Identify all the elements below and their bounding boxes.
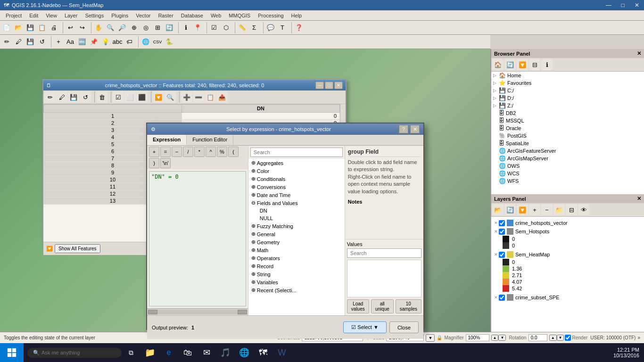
menu-view[interactable]: View bbox=[42, 12, 61, 19]
op-equals[interactable]: = bbox=[160, 147, 171, 157]
sd-editor-scrollbar[interactable] bbox=[147, 308, 248, 315]
qgis-taskbar[interactable]: 🗺 bbox=[254, 343, 272, 362]
layers-panel-close[interactable]: ✕ bbox=[637, 196, 641, 202]
word-taskbar[interactable]: W bbox=[272, 343, 291, 362]
browser-item-home[interactable]: ▷ 🏠 Home bbox=[491, 72, 644, 79]
open-project-button[interactable]: 📂 bbox=[13, 22, 24, 33]
expand-home[interactable]: ▷ bbox=[493, 73, 499, 78]
ft-deselect-button[interactable]: ⬛ bbox=[136, 91, 148, 103]
layers-visible-button[interactable]: 👁 bbox=[578, 204, 589, 215]
ft-export-button[interactable]: 📤 bbox=[216, 91, 228, 103]
save-edits-button[interactable]: 💾 bbox=[25, 36, 36, 48]
expand-favourites[interactable]: ▷ bbox=[493, 81, 499, 85]
menu-vector[interactable]: Vector bbox=[132, 12, 154, 19]
tab-expression[interactable]: Expression bbox=[147, 135, 187, 145]
undo-button[interactable]: ↩ bbox=[65, 22, 76, 33]
layers-refresh-button[interactable]: 🔄 bbox=[504, 204, 516, 215]
tree-color[interactable]: ⊕ Color bbox=[248, 167, 345, 175]
sd-scroll-right[interactable] bbox=[238, 310, 247, 314]
menu-processing[interactable]: Processing bbox=[254, 12, 287, 19]
menu-web[interactable]: Web bbox=[207, 12, 225, 19]
select-btn-dropdown[interactable]: ▼ bbox=[373, 324, 379, 330]
browser-item-c[interactable]: ▷ 💾 C:/ bbox=[491, 87, 644, 94]
op-divide[interactable]: / bbox=[183, 147, 193, 157]
browser-item-ows[interactable]: 🌐 OWS bbox=[491, 162, 644, 170]
zoom-layer-button[interactable]: ◎ bbox=[140, 22, 151, 33]
browser-collapse-button[interactable]: ⊟ bbox=[529, 59, 540, 70]
rollback-button[interactable]: ↺ bbox=[36, 36, 48, 48]
menu-layer[interactable]: Layer bbox=[61, 12, 82, 19]
browser-item-d[interactable]: ▷ 💾 D:/ bbox=[491, 94, 644, 102]
tree-record[interactable]: ⊕ Record bbox=[248, 262, 345, 270]
ft-filter-button[interactable]: 🔽 bbox=[153, 91, 164, 103]
ft-search-button[interactable]: 🔍 bbox=[165, 91, 176, 103]
browser-filter-button[interactable]: 🔽 bbox=[517, 59, 528, 70]
expand-icon[interactable]: » bbox=[637, 335, 640, 340]
ft-rollback-button[interactable]: ↺ bbox=[80, 91, 91, 103]
menu-settings[interactable]: Settings bbox=[81, 12, 107, 19]
ft-select-button[interactable]: ☑ bbox=[113, 91, 124, 103]
edge-taskbar[interactable]: e bbox=[159, 343, 178, 362]
expand-d[interactable]: ▷ bbox=[493, 96, 499, 100]
op-open-paren[interactable]: ( bbox=[228, 147, 239, 157]
digitize-button[interactable]: Aa bbox=[65, 36, 76, 48]
tree-string[interactable]: ⊕ String bbox=[248, 270, 345, 278]
tree-dateandtime[interactable]: ⊕ Date and Time bbox=[248, 191, 345, 199]
expression-editor[interactable]: "DN" = 0 bbox=[149, 171, 246, 306]
tab-function-editor[interactable]: Function Editor bbox=[187, 135, 233, 145]
taskview-button[interactable]: ⧉ bbox=[122, 343, 140, 362]
menu-database[interactable]: Database bbox=[177, 12, 207, 19]
expand-c[interactable]: ▷ bbox=[493, 88, 499, 93]
globe-button[interactable]: 🌐 bbox=[140, 36, 151, 48]
rotation-up[interactable]: ▲ bbox=[549, 335, 557, 341]
browser-tree[interactable]: ▷ 🏠 Home ▷ ⭐ Favourites ▷ 💾 C:/ ▷ 💾 D:/ … bbox=[491, 72, 644, 194]
music-taskbar[interactable]: 🎵 bbox=[216, 343, 235, 362]
op-power[interactable]: ^ bbox=[206, 147, 216, 157]
tree-recent[interactable]: ⊕ Recent (Selecti... bbox=[248, 286, 345, 294]
select-button[interactable]: ☑ Select ▼ bbox=[343, 321, 387, 333]
rotation-input[interactable] bbox=[528, 334, 547, 341]
op-multiply[interactable]: * bbox=[194, 147, 205, 157]
help-button[interactable]: ❓ bbox=[293, 22, 305, 33]
maximize-button[interactable]: □ bbox=[616, 0, 630, 10]
menu-raster[interactable]: Raster bbox=[154, 12, 177, 19]
pin-label-button[interactable]: 📌 bbox=[88, 36, 99, 48]
taskbar-search-input[interactable] bbox=[41, 350, 112, 355]
ft-delete-button[interactable]: 🗑 bbox=[96, 91, 107, 103]
expression-tree[interactable]: ⊕ Aggregates ⊕ Color ⊕ Conditionals ⊕ Co… bbox=[248, 159, 345, 315]
rotation-down[interactable]: ▼ bbox=[557, 335, 564, 341]
sd-values-list[interactable] bbox=[347, 260, 421, 297]
sd-scroll-left[interactable] bbox=[148, 310, 157, 314]
magnifier-input[interactable] bbox=[466, 334, 489, 341]
expand-z[interactable]: ▷ bbox=[493, 103, 499, 108]
browser-item-wfs[interactable]: 🌐 WFS bbox=[491, 177, 644, 185]
ft-invert-button[interactable]: ⬜ bbox=[124, 91, 136, 103]
ft-maximize-button[interactable]: □ bbox=[325, 82, 333, 89]
table-row[interactable]: 10 bbox=[44, 113, 340, 120]
show-features-button[interactable]: Show All Features bbox=[55, 244, 100, 253]
abc-btn[interactable]: abc bbox=[112, 36, 123, 48]
tree-field-dn[interactable]: DN bbox=[248, 207, 345, 214]
store-taskbar[interactable]: 🛍 bbox=[178, 343, 197, 362]
tree-variables[interactable]: ⊕ Variables bbox=[248, 278, 345, 286]
select-polygon-button[interactable]: ⬡ bbox=[220, 22, 231, 33]
load-values-button[interactable]: Load values bbox=[347, 299, 369, 313]
new-project-button[interactable]: 📄 bbox=[1, 22, 12, 33]
layer-item-sem-heatmap[interactable]: ✕ Sem_HeatMap bbox=[493, 250, 642, 259]
browser-item-mssql[interactable]: 🗄 MSSQL bbox=[491, 117, 644, 124]
layer-visibility-sem-hotspots[interactable] bbox=[499, 229, 505, 235]
layer-visibility-sem-heatmap[interactable] bbox=[499, 252, 505, 258]
expression-search-input[interactable] bbox=[250, 148, 343, 157]
add-feature-button[interactable]: + bbox=[53, 36, 64, 48]
browser-item-arcgismap[interactable]: 🌐 ArcGisMapServer bbox=[491, 155, 644, 162]
sd-help-button[interactable]: ? bbox=[399, 125, 408, 133]
save-project-button[interactable]: 💾 bbox=[25, 22, 36, 33]
browser-home-button[interactable]: 🏠 bbox=[492, 59, 504, 70]
save-as-button[interactable]: 📋 bbox=[36, 22, 48, 33]
menu-plugins[interactable]: Plugins bbox=[107, 12, 132, 19]
identify-button[interactable]: ℹ bbox=[180, 22, 191, 33]
pencil-button[interactable]: ✏ bbox=[1, 36, 12, 48]
all-unique-button[interactable]: all unique bbox=[371, 299, 394, 313]
close-button[interactable]: ✕ bbox=[630, 0, 644, 10]
ft-close-button[interactable]: ✕ bbox=[334, 82, 343, 89]
